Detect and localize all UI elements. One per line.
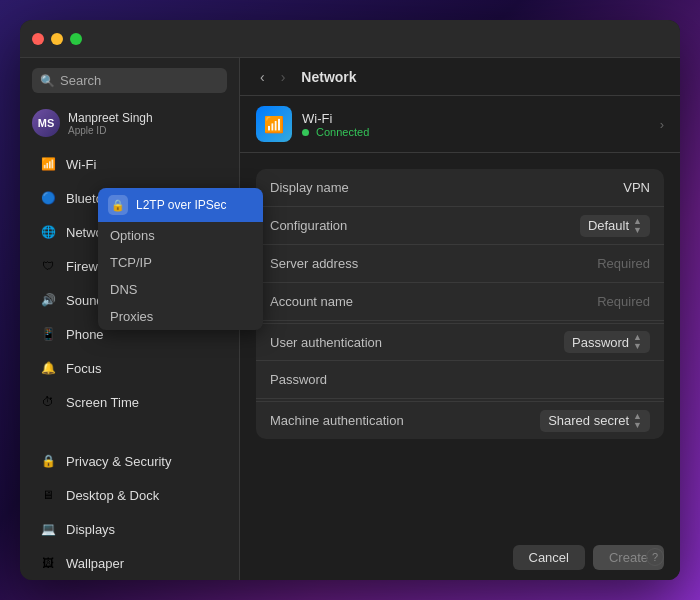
- sidebar-item-displays-label: Displays: [66, 522, 115, 537]
- sidebar-item-privacy-label: Privacy & Security: [66, 454, 171, 469]
- configuration-label: Configuration: [270, 218, 430, 233]
- vpn-options-label: Options: [110, 228, 155, 243]
- machine-auth-row: Machine authentication Shared secret ▲▼: [256, 401, 664, 439]
- sidebar-item-desktop-label: Desktop & Dock: [66, 488, 159, 503]
- sidebar-bottom-items: 🔒 Privacy & Security 🖥 Desktop & Dock 💻 …: [20, 444, 239, 580]
- forward-button[interactable]: ›: [277, 67, 290, 87]
- wifi-chevron-icon: ›: [660, 117, 664, 132]
- search-placeholder: Search: [60, 73, 101, 88]
- user-sub: Apple ID: [68, 125, 153, 136]
- right-panel: ‹ › Network 📶 Wi-Fi Connected ›: [240, 58, 680, 580]
- password-row[interactable]: Password: [256, 361, 664, 399]
- sidebar-item-wallpaper-label: Wallpaper: [66, 556, 124, 571]
- cancel-button[interactable]: Cancel: [513, 545, 585, 570]
- sidebar-item-focus[interactable]: 🔔 Focus: [26, 351, 233, 385]
- vpn-proxies-item[interactable]: Proxies: [98, 303, 263, 330]
- displays-icon: 💻: [38, 519, 58, 539]
- sidebar-item-wifi[interactable]: 📶 Wi-Fi: [26, 147, 233, 181]
- user-auth-arrows: ▲▼: [633, 333, 642, 351]
- wallpaper-icon: 🖼: [38, 553, 58, 573]
- user-auth-select[interactable]: Password ▲▼: [564, 331, 650, 353]
- network-icon: 🌐: [38, 222, 58, 242]
- user-auth-value: Password: [572, 335, 629, 350]
- wifi-icon: 📶: [264, 115, 284, 134]
- vpn-config-form: Display name VPN Configuration Default ▲…: [256, 169, 664, 439]
- titlebar: [20, 20, 680, 58]
- screentime-icon: ⏱: [38, 392, 58, 412]
- display-name-label: Display name: [270, 180, 430, 195]
- connected-dot: [302, 129, 309, 136]
- server-address-label: Server address: [270, 256, 430, 271]
- configuration-select[interactable]: Default ▲▼: [580, 215, 650, 237]
- system-preferences-window: 🔍 Search MS Manpreet Singh Apple ID 📶 Wi…: [20, 20, 680, 580]
- panel-title: Network: [301, 69, 356, 85]
- focus-icon: 🔔: [38, 358, 58, 378]
- sidebar-item-screentime[interactable]: ⏱ Screen Time: [26, 385, 233, 419]
- avatar: MS: [32, 109, 60, 137]
- vpn-options-item[interactable]: Options: [98, 222, 263, 249]
- sidebar-item-screentime-label: Screen Time: [66, 395, 139, 410]
- machine-auth-arrows: ▲▼: [633, 412, 642, 430]
- wifi-info: Wi-Fi Connected: [302, 111, 650, 138]
- vpn-panel: 🔒 L2TP over IPSec Options TCP/IP DNS Pro…: [98, 188, 263, 330]
- vpn-proxies-label: Proxies: [110, 309, 153, 324]
- wifi-status-label: Connected: [316, 126, 369, 138]
- configuration-row: Configuration Default ▲▼: [256, 207, 664, 245]
- vpn-l2tp-item[interactable]: 🔒 L2TP over IPSec: [98, 188, 263, 222]
- display-name-value: VPN: [623, 180, 650, 195]
- server-address-placeholder: Required: [597, 256, 650, 271]
- vpn-tcpip-item[interactable]: TCP/IP: [98, 249, 263, 276]
- machine-auth-select[interactable]: Shared secret ▲▼: [540, 410, 650, 432]
- vpn-dns-label: DNS: [110, 282, 137, 297]
- panel-header: ‹ › Network: [240, 58, 680, 96]
- maximize-button[interactable]: [70, 33, 82, 45]
- help-icon[interactable]: ?: [646, 548, 664, 566]
- wifi-status: Connected: [302, 126, 650, 138]
- vpn-tcpip-label: TCP/IP: [110, 255, 152, 270]
- user-info: Manpreet Singh Apple ID: [68, 111, 153, 136]
- wifi-icon-box: 📶: [256, 106, 292, 142]
- vpn-item-icon: 🔒: [108, 195, 128, 215]
- firewall-icon: 🛡: [38, 256, 58, 276]
- account-name-row[interactable]: Account name Required: [256, 283, 664, 321]
- configuration-value: Default: [588, 218, 629, 233]
- sidebar-item-displays[interactable]: 💻 Displays: [26, 512, 233, 546]
- sidebar-item-focus-label: Focus: [66, 361, 101, 376]
- vpn-item-label: L2TP over IPSec: [136, 198, 227, 212]
- bluetooth-icon: 🔵: [38, 188, 58, 208]
- user-auth-row: User authentication Password ▲▼: [256, 323, 664, 361]
- wifi-name: Wi-Fi: [302, 111, 650, 126]
- bottom-bar: Cancel Create: [240, 535, 680, 580]
- privacy-icon: 🔒: [38, 451, 58, 471]
- sidebar-item-wallpaper[interactable]: 🖼 Wallpaper: [26, 546, 233, 580]
- sidebar-item-wifi-label: Wi-Fi: [66, 157, 96, 172]
- traffic-lights: [32, 33, 82, 45]
- phone-icon: 📱: [38, 324, 58, 344]
- user-name: Manpreet Singh: [68, 111, 153, 125]
- desktop-icon: 🖥: [38, 485, 58, 505]
- search-bar[interactable]: 🔍 Search: [32, 68, 227, 93]
- password-label: Password: [270, 372, 430, 387]
- search-icon: 🔍: [40, 74, 55, 88]
- user-auth-label: User authentication: [270, 335, 430, 350]
- account-name-label: Account name: [270, 294, 430, 309]
- server-address-row[interactable]: Server address Required: [256, 245, 664, 283]
- display-name-row: Display name VPN: [256, 169, 664, 207]
- vpn-dns-item[interactable]: DNS: [98, 276, 263, 303]
- user-section[interactable]: MS Manpreet Singh Apple ID: [20, 103, 239, 143]
- machine-auth-value: Shared secret: [548, 413, 629, 428]
- sidebar-item-privacy[interactable]: 🔒 Privacy & Security: [26, 444, 233, 478]
- wifi-row[interactable]: 📶 Wi-Fi Connected ›: [240, 96, 680, 153]
- wifi-sidebar-icon: 📶: [38, 154, 58, 174]
- configuration-arrows: ▲▼: [633, 217, 642, 235]
- sidebar-item-phone-label: Phone: [66, 327, 104, 342]
- main-content: 🔍 Search MS Manpreet Singh Apple ID 📶 Wi…: [20, 58, 680, 580]
- minimize-button[interactable]: [51, 33, 63, 45]
- sound-icon: 🔊: [38, 290, 58, 310]
- sidebar-item-desktop[interactable]: 🖥 Desktop & Dock: [26, 478, 233, 512]
- close-button[interactable]: [32, 33, 44, 45]
- account-name-placeholder: Required: [597, 294, 650, 309]
- back-button[interactable]: ‹: [256, 67, 269, 87]
- machine-auth-label: Machine authentication: [270, 413, 430, 428]
